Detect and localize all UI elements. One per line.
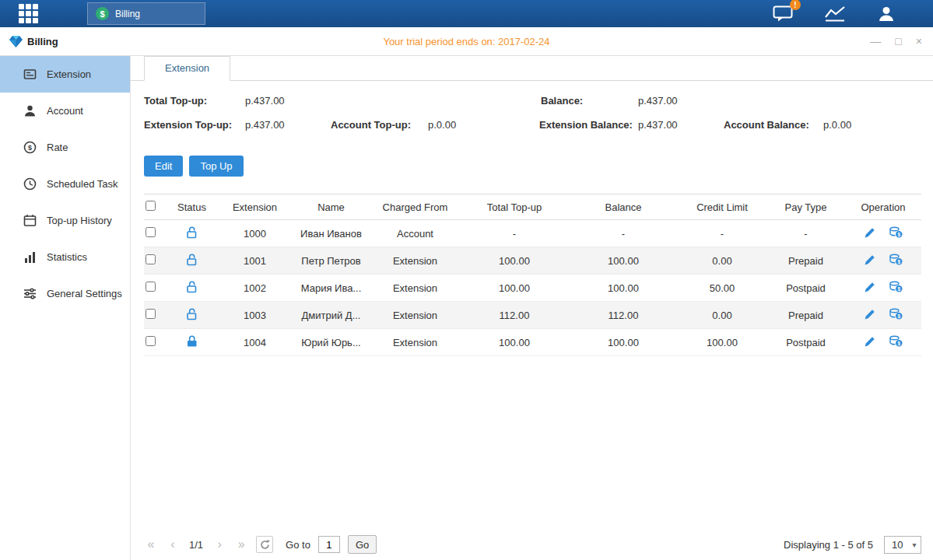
topbar-right-icons: ! (773, 5, 896, 23)
window-title-bar: Billing Your trial period ends on: 2017-… (0, 27, 933, 56)
total-topup-value: p.437.00 (245, 95, 285, 107)
notification-badge: ! (790, 0, 801, 10)
row-checkbox[interactable] (146, 254, 156, 264)
svg-text:$: $ (897, 232, 900, 238)
user-icon (877, 5, 896, 23)
page-indicator: 1/1 (189, 539, 203, 551)
svg-text:$: $ (897, 259, 900, 265)
extension-topup-label: Extension Top-up: (144, 119, 232, 131)
sidebar-item-rate[interactable]: $ Rate (0, 129, 130, 166)
statistics-button[interactable] (824, 5, 846, 22)
edit-row-icon[interactable] (865, 282, 875, 292)
page-size-select[interactable]: 10 ▾ (884, 536, 921, 554)
first-page-button[interactable]: « (144, 537, 158, 551)
maximize-icon[interactable]: □ (895, 36, 901, 47)
cell-extension: 1004 (218, 329, 292, 356)
sidebar-item-statistics[interactable]: Statistics (0, 239, 130, 275)
edit-row-icon[interactable] (865, 254, 875, 265)
cell-extension: 1003 (218, 302, 292, 329)
sidebar-item-label: Account (47, 105, 83, 117)
refresh-icon (260, 540, 270, 550)
pagination-bar: « ‹ 1/1 › » Go to Go Displaying 1 - 5 of… (144, 535, 921, 554)
svg-text:$: $ (897, 341, 900, 347)
cell-pay-type: - (766, 220, 845, 247)
column-header-balance[interactable]: Balance (569, 194, 678, 220)
app-window: $ Billing ! (0, 0, 933, 560)
sidebar-item-account[interactable]: Account (0, 93, 130, 129)
column-header-operation[interactable]: Operation (845, 194, 921, 220)
unlock-icon (186, 308, 198, 320)
next-page-button[interactable]: › (212, 537, 226, 551)
column-header-pay-type[interactable]: Pay Type (766, 194, 845, 220)
chevron-down-icon: ▾ (908, 541, 921, 549)
window-title: Billing (0, 36, 58, 47)
sidebar: Extension Account $ Rate Scheduled Task (0, 56, 131, 560)
sidebar-item-extension[interactable]: Extension (0, 56, 130, 93)
column-header-credit-limit[interactable]: Credit Limit (678, 194, 766, 220)
topup-row-icon[interactable]: $ (889, 335, 903, 347)
cell-name: Юрий Юрь... (292, 329, 370, 356)
edit-row-icon[interactable] (865, 309, 875, 320)
sidebar-item-label: Top-up History (47, 215, 112, 226)
select-all-checkbox[interactable] (146, 201, 156, 211)
top-up-button[interactable]: Top Up (189, 156, 243, 177)
column-header-charged-from[interactable]: Charged From (370, 194, 460, 220)
apps-launcher-button[interactable] (0, 4, 56, 23)
line-chart-icon (824, 5, 846, 22)
goto-page-input[interactable] (318, 536, 340, 553)
row-checkbox[interactable] (146, 282, 156, 292)
topup-row-icon[interactable]: $ (889, 308, 903, 320)
sidebar-item-label: Scheduled Task (47, 178, 118, 190)
sidebar-item-scheduled-task[interactable]: Scheduled Task (0, 166, 130, 202)
column-header-total-topup[interactable]: Total Top-up (460, 194, 569, 220)
last-page-button[interactable]: » (234, 537, 248, 551)
column-header-extension[interactable]: Extension (218, 194, 292, 220)
unlock-icon (186, 226, 198, 239)
svg-text:$: $ (897, 313, 900, 320)
cell-charged-from: Extension (370, 275, 460, 302)
extension-topup-value: p.437.00 (245, 119, 285, 131)
table-row: 1000 Иван Иванов Account - - - - $ (144, 220, 921, 247)
table-row: 1001 Петр Петров Extension 100.00 100.00… (144, 247, 921, 275)
unlock-icon (186, 281, 198, 293)
topup-row-icon[interactable]: $ (889, 226, 903, 238)
cell-charged-from: Extension (370, 247, 460, 275)
row-checkbox[interactable] (146, 336, 156, 346)
row-checkbox[interactable] (146, 309, 156, 319)
column-header-name[interactable]: Name (292, 194, 370, 220)
refresh-button[interactable] (256, 536, 273, 553)
sidebar-item-label: Extension (47, 68, 91, 80)
top-bar: $ Billing ! (0, 0, 933, 27)
topup-row-icon[interactable]: $ (889, 254, 903, 265)
table-row: 1002 Мария Ива... Extension 100.00 100.0… (144, 275, 921, 302)
cell-total-topup: - (460, 220, 569, 247)
balance-value: p.437.00 (638, 95, 678, 107)
cell-extension: 1001 (218, 247, 292, 275)
sidebar-item-topup-history[interactable]: Top-up History (0, 202, 130, 239)
cell-name: Иван Иванов (292, 220, 370, 247)
cell-balance: 100.00 (569, 247, 678, 275)
topup-row-icon[interactable]: $ (889, 281, 903, 292)
sidebar-item-general-settings[interactable]: General Settings (0, 275, 130, 312)
close-icon[interactable]: × (916, 36, 922, 47)
billing-app-tab-label: Billing (115, 9, 140, 19)
go-button[interactable]: Go (348, 535, 377, 554)
edit-row-icon[interactable] (865, 227, 875, 238)
prev-page-button[interactable]: ‹ (166, 537, 180, 551)
notifications-button[interactable]: ! (773, 5, 793, 22)
account-topup-label: Account Top-up: (331, 119, 411, 131)
column-header-status[interactable]: Status (166, 194, 218, 220)
edit-row-icon[interactable] (865, 336, 875, 347)
cell-extension: 1000 (218, 220, 292, 247)
cell-name: Мария Ива... (292, 275, 370, 302)
row-checkbox[interactable] (146, 227, 156, 237)
tab-extension[interactable]: Extension (144, 56, 230, 81)
page-size-value: 10 (885, 539, 908, 551)
dollar-circle-icon: $ (23, 141, 37, 154)
billing-app-tab[interactable]: $ Billing (87, 2, 205, 25)
edit-button[interactable]: Edit (144, 156, 183, 177)
cell-credit-limit: 0.00 (678, 247, 766, 275)
user-menu-button[interactable] (877, 5, 896, 23)
cell-balance: 100.00 (569, 275, 678, 302)
minimize-icon[interactable]: — (870, 36, 881, 47)
